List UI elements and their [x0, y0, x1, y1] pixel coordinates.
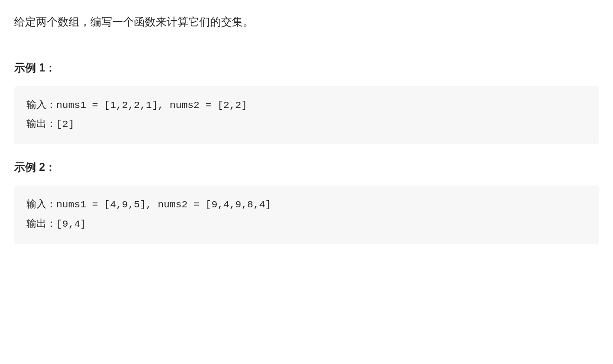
example-code-block: 输入：nums1 = [4,9,5], nums2 = [9,4,9,8,4] … [14, 186, 599, 244]
example-code-block: 输入：nums1 = [1,2,2,1], nums2 = [2,2] 输出：[… [14, 86, 599, 145]
output-value: [9,4] [56, 219, 86, 230]
output-value: [2] [56, 119, 74, 130]
output-label: 输出： [27, 218, 56, 229]
example-output-line: 输出：[9,4] [27, 214, 586, 234]
output-label: 输出： [27, 118, 56, 129]
example-input-line: 输入：nums1 = [1,2,2,1], nums2 = [2,2] [27, 96, 586, 115]
example-output-line: 输出：[2] [27, 115, 586, 134]
input-label: 输入： [27, 198, 56, 209]
example-heading: 示例 2： [14, 159, 599, 176]
input-value: nums1 = [4,9,5], nums2 = [9,4,9,8,4] [56, 199, 271, 210]
input-label: 输入： [27, 99, 56, 110]
example-heading: 示例 1： [14, 59, 599, 77]
problem-description: 给定两个数组，编写一个函数来计算它们的交集。 [14, 13, 599, 31]
example-input-line: 输入：nums1 = [4,9,5], nums2 = [9,4,9,8,4] [27, 195, 586, 214]
input-value: nums1 = [1,2,2,1], nums2 = [2,2] [56, 100, 247, 111]
